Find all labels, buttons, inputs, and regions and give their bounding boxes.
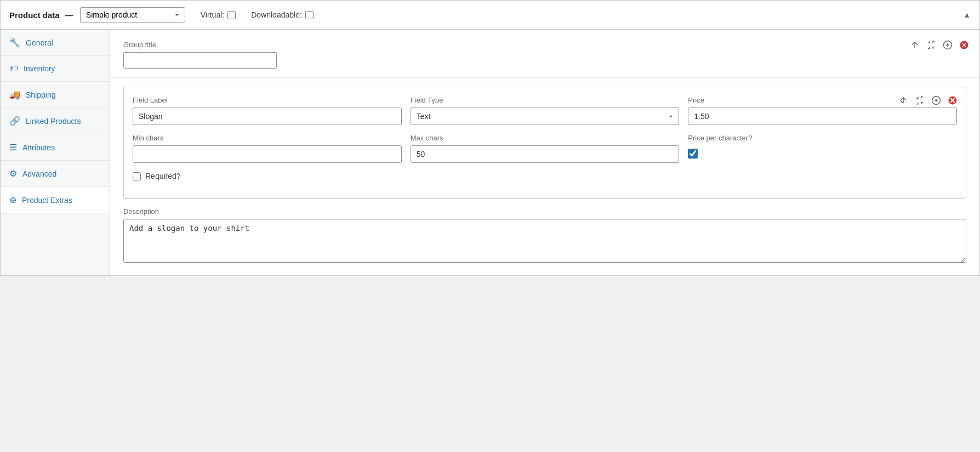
field-type-select[interactable]: Text Textarea Select Radio Checkbox Date bbox=[411, 108, 680, 125]
sidebar-item-general[interactable]: 🔧 General bbox=[1, 30, 110, 56]
field-type-label: Field Type bbox=[411, 96, 680, 104]
main-content: Group title bbox=[110, 30, 979, 275]
fields-grid-top: Field Label Field Type Text Textarea Sel… bbox=[133, 96, 957, 125]
plus-circle-icon: ⊕ bbox=[9, 195, 16, 205]
fields-grid-bottom: Min chars Max chars Price per character? bbox=[133, 134, 957, 163]
collapse-icon-group[interactable] bbox=[925, 38, 938, 52]
price-per-char-checkbox[interactable] bbox=[688, 149, 698, 159]
product-type-select[interactable]: Simple product Variable product Grouped … bbox=[80, 7, 185, 22]
collapse-icon-field[interactable] bbox=[913, 94, 926, 107]
max-chars-group: Max chars bbox=[411, 134, 680, 163]
field-row-actions bbox=[897, 94, 959, 107]
sidebar-label-general: General bbox=[26, 38, 53, 47]
product-data-panel: Product data — Simple product Variable p… bbox=[0, 0, 980, 276]
sidebar-label-shipping: Shipping bbox=[26, 91, 56, 99]
group-title-actions bbox=[908, 38, 971, 52]
virtual-checkbox[interactable] bbox=[227, 11, 236, 19]
price-input[interactable] bbox=[688, 108, 957, 125]
group-title-label: Group title bbox=[123, 41, 966, 49]
collapse-icon[interactable]: ▲ bbox=[963, 10, 971, 19]
sidebar-item-shipping[interactable]: 🚚 Shipping bbox=[1, 82, 110, 108]
add-icon-field[interactable] bbox=[930, 94, 943, 107]
max-chars-input[interactable] bbox=[411, 145, 680, 163]
field-label-label: Field Label bbox=[133, 96, 402, 104]
sidebar-item-inventory[interactable]: 🏷 Inventory bbox=[1, 56, 110, 82]
sidebar-label-inventory: Inventory bbox=[24, 64, 55, 73]
sidebar-item-product-extras[interactable]: ⊕ Product Extras bbox=[1, 187, 110, 213]
group-title-input[interactable] bbox=[123, 52, 277, 69]
list-icon: ☰ bbox=[9, 142, 17, 152]
sidebar-item-attributes[interactable]: ☰ Attributes bbox=[1, 134, 110, 161]
required-label: Required? bbox=[145, 172, 181, 180]
product-data-header: Product data — Simple product Variable p… bbox=[1, 1, 979, 30]
sidebar-label-attributes: Attributes bbox=[22, 143, 55, 152]
virtual-checkbox-group: Virtual: bbox=[201, 10, 236, 19]
required-checkbox[interactable] bbox=[133, 172, 141, 180]
max-chars-label: Max chars bbox=[411, 134, 680, 142]
downloadable-checkbox[interactable] bbox=[305, 11, 314, 19]
group-title-section: Group title bbox=[110, 30, 979, 78]
sidebar-item-advanced[interactable]: ⚙ Advanced bbox=[1, 161, 110, 187]
product-data-body: 🔧 General 🏷 Inventory 🚚 Shipping 🔗 Linke… bbox=[1, 30, 979, 275]
remove-icon-field[interactable] bbox=[946, 94, 959, 107]
min-chars-group: Min chars bbox=[133, 134, 402, 163]
add-icon-group[interactable] bbox=[941, 38, 954, 52]
description-textarea[interactable]: Add a slogan to your shirt bbox=[123, 219, 966, 263]
sort-icon-group[interactable] bbox=[908, 38, 921, 52]
field-row-section: Field Label Field Type Text Textarea Sel… bbox=[123, 87, 966, 199]
tag-icon: 🏷 bbox=[9, 64, 18, 74]
field-type-group: Field Type Text Textarea Select Radio Ch… bbox=[411, 96, 680, 125]
sidebar: 🔧 General 🏷 Inventory 🚚 Shipping 🔗 Linke… bbox=[1, 30, 110, 275]
downloadable-label: Downloadable: bbox=[251, 10, 302, 19]
field-label-group: Field Label bbox=[133, 96, 402, 125]
product-data-title: Product data — bbox=[9, 10, 73, 20]
min-chars-label: Min chars bbox=[133, 134, 402, 142]
gear-icon: ⚙ bbox=[9, 168, 17, 179]
remove-icon-group[interactable] bbox=[958, 38, 971, 52]
virtual-label: Virtual: bbox=[201, 10, 224, 19]
price-per-char-label: Price per character? bbox=[688, 134, 957, 142]
downloadable-checkbox-group: Downloadable: bbox=[251, 10, 314, 19]
description-label: Description bbox=[123, 207, 966, 216]
price-per-char-group: Price per character? bbox=[688, 134, 957, 163]
link-icon: 🔗 bbox=[9, 116, 20, 126]
sidebar-label-linked-products: Linked Products bbox=[26, 117, 81, 126]
truck-icon: 🚚 bbox=[9, 89, 20, 100]
wrench-icon: 🔧 bbox=[9, 37, 20, 48]
sidebar-item-linked-products[interactable]: 🔗 Linked Products bbox=[1, 108, 110, 134]
required-row: Required? bbox=[133, 172, 957, 180]
sidebar-label-advanced: Advanced bbox=[22, 170, 56, 178]
sort-icon-field[interactable] bbox=[897, 94, 910, 107]
field-label-input[interactable] bbox=[133, 108, 402, 125]
description-section: Description Add a slogan to your shirt bbox=[110, 207, 979, 275]
min-chars-input[interactable] bbox=[133, 145, 402, 163]
sidebar-label-product-extras: Product Extras bbox=[22, 196, 72, 205]
